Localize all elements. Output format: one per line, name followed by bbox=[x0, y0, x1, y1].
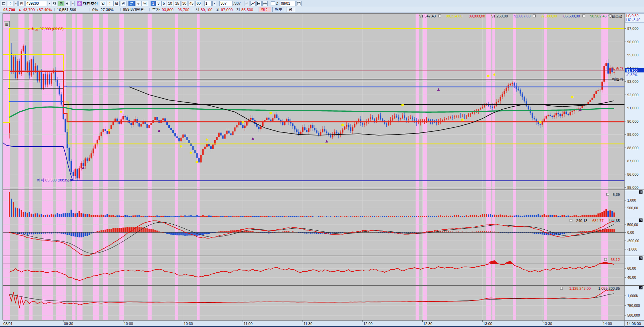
svg-text:←최고 97,000 (09:03): ←최고 97,000 (09:03) bbox=[28, 27, 64, 31]
custom-interval-input[interactable] bbox=[204, 1, 212, 6]
svg-text:1,128,243,00: 1,128,243,00 bbox=[569, 286, 591, 290]
interval-button-15[interactable]: 15 bbox=[174, 1, 180, 6]
svg-text:14:00: 14:00 bbox=[603, 322, 612, 326]
svg-text:85,000: 85,000 bbox=[627, 185, 639, 189]
chart-type-button[interactable]: 주 bbox=[7, 1, 13, 6]
svg-text:-1,000: -1,000 bbox=[627, 247, 637, 251]
buy-button[interactable]: 매수 bbox=[259, 7, 271, 12]
link-button[interactable]: 통 bbox=[58, 1, 64, 6]
bid-price: 93,700 bbox=[177, 8, 189, 12]
code-dropdown-icon[interactable]: ▼ bbox=[48, 1, 51, 6]
current-price: 93,700 bbox=[3, 8, 15, 12]
ratio-zero: 0% bbox=[92, 8, 98, 12]
svg-text:11:00: 11:00 bbox=[244, 322, 253, 326]
svg-text:91,000: 91,000 bbox=[627, 106, 639, 110]
svg-text:✱: ✱ bbox=[571, 95, 574, 99]
svg-text:✱: ✱ bbox=[461, 118, 464, 122]
interval-button-10[interactable]: 10 bbox=[167, 1, 173, 6]
chart-type-dropdown-icon[interactable]: ▼ bbox=[14, 1, 18, 6]
svg-text:90,982,46: 90,982,46 bbox=[590, 14, 606, 18]
volume-value: 10,551,569 bbox=[57, 8, 76, 12]
period-button-주[interactable]: 주 bbox=[107, 1, 113, 6]
svg-text:당일종가: 당일종가 bbox=[608, 66, 623, 70]
interval-dropdown-icon[interactable]: ▼ bbox=[212, 1, 216, 6]
search-icon[interactable] bbox=[52, 1, 57, 6]
interval-button-group: 1351015304560 bbox=[151, 1, 202, 6]
stock-code-input[interactable] bbox=[25, 1, 47, 6]
low-label: 저 bbox=[236, 7, 240, 12]
trendline-icon[interactable] bbox=[250, 1, 256, 6]
svg-text:-0,32%: -0,32% bbox=[626, 73, 637, 77]
interval-button-45[interactable]: 45 bbox=[188, 1, 195, 6]
svg-text:LC:9,59: LC:9,59 bbox=[626, 14, 639, 18]
ask-price: 93,800 bbox=[162, 8, 173, 12]
svg-text:1,055,200,85: 1,055,200,85 bbox=[598, 286, 620, 290]
svg-text:✱: ✱ bbox=[493, 73, 496, 76]
svg-text:93,000: 93,000 bbox=[627, 79, 639, 84]
unit-button-틱[interactable]: 틱 bbox=[142, 1, 148, 6]
settings-gear-icon[interactable] bbox=[262, 1, 268, 6]
svg-text:11:30: 11:30 bbox=[304, 322, 313, 326]
interval-button-5[interactable]: 5 bbox=[161, 1, 166, 6]
svg-text:1,000: 1,000 bbox=[627, 198, 636, 202]
unit-button-분[interactable]: 분 bbox=[128, 1, 135, 6]
svg-text:93,700: 93,700 bbox=[626, 68, 638, 72]
chart-grid-tool-icon[interactable]: ▦ bbox=[4, 21, 10, 27]
high-price: 97,000 bbox=[221, 8, 233, 12]
interval-button-3[interactable]: 3 bbox=[156, 1, 161, 6]
svg-text:✱: ✱ bbox=[487, 74, 490, 78]
svg-text:240,13: 240,13 bbox=[576, 219, 588, 223]
svg-text:444,65: 444,65 bbox=[608, 219, 620, 223]
turnover-ratio: 27.39% bbox=[101, 8, 114, 12]
sell-button[interactable]: 매도 bbox=[272, 7, 285, 12]
speaker-dropdown-icon[interactable]: ▼ bbox=[71, 1, 75, 6]
period-button-년[interactable]: 년 bbox=[120, 1, 126, 6]
svg-text:68,12: 68,12 bbox=[610, 258, 620, 262]
compare-icon[interactable] bbox=[244, 1, 250, 6]
svg-text:✱: ✱ bbox=[341, 123, 344, 127]
period-button-일[interactable]: 일 bbox=[100, 1, 106, 6]
date-input[interactable] bbox=[280, 1, 296, 6]
save-icon[interactable] bbox=[256, 1, 262, 6]
svg-text:87,000: 87,000 bbox=[627, 159, 639, 163]
hoga-label: 호가 bbox=[152, 7, 160, 12]
pane-legend: 대한조선90,982,4685,500,0097,000,0092,607,00… bbox=[419, 14, 623, 18]
d-checkbox[interactable] bbox=[271, 1, 275, 5]
new-window-icon[interactable] bbox=[1, 1, 6, 6]
interval-button-60[interactable]: 60 bbox=[195, 1, 202, 6]
svg-text:최저 85,500 (09:35): 최저 85,500 (09:35) bbox=[37, 178, 69, 182]
svg-text:96,000: 96,000 bbox=[627, 40, 639, 44]
svg-text:95,000: 95,000 bbox=[627, 53, 639, 57]
svg-text:86,000: 86,000 bbox=[627, 172, 639, 176]
svg-text:92,000: 92,000 bbox=[627, 93, 639, 97]
market-badge: 증 bbox=[77, 1, 82, 6]
svg-text:✱: ✱ bbox=[241, 120, 245, 124]
svg-text:✱: ✱ bbox=[120, 110, 123, 114]
period-button-group: 일주월년 bbox=[100, 1, 126, 6]
calendar-icon[interactable] bbox=[296, 1, 302, 6]
svg-text:13:00: 13:00 bbox=[483, 322, 492, 326]
chart-area[interactable]: ✱✱✱✱✱✱✱✱✱✱✱✱✱✱✱97,00096,00095,00094,0009… bbox=[0, 13, 644, 327]
period-button-월[interactable]: 월 bbox=[113, 1, 120, 6]
open-label: 시 bbox=[196, 7, 200, 12]
change-percent: +87.40% bbox=[37, 8, 52, 12]
svg-text:500,00: 500,00 bbox=[627, 206, 638, 210]
change-arrow-icon: ▲ bbox=[18, 8, 21, 12]
svg-text:✱: ✱ bbox=[196, 160, 199, 164]
bar-count-input[interactable] bbox=[219, 1, 233, 6]
prev-button[interactable]: 전 bbox=[18, 1, 25, 6]
interval-button-30[interactable]: 30 bbox=[181, 1, 188, 6]
svg-text:92,607,00: 92,607,00 bbox=[514, 14, 531, 18]
svg-text:✱: ✱ bbox=[206, 138, 209, 142]
low-price: 85,500 bbox=[241, 8, 253, 12]
svg-text:0,00: 0,00 bbox=[627, 230, 634, 234]
avg-button[interactable]: 평 bbox=[286, 7, 295, 12]
svg-text:12:00: 12:00 bbox=[363, 322, 373, 326]
chart-canvas[interactable]: ✱✱✱✱✱✱✱✱✱✱✱✱✱✱✱97,00096,00095,00094,0009… bbox=[0, 13, 644, 327]
unit-button-초[interactable]: 초 bbox=[135, 1, 142, 6]
svg-text:✱: ✱ bbox=[180, 145, 183, 148]
bar-total-label: /307 bbox=[233, 1, 240, 5]
interval-button-1[interactable]: 1 bbox=[151, 1, 156, 6]
speaker-icon[interactable] bbox=[65, 1, 70, 6]
svg-text:1,000K: 1,000K bbox=[627, 294, 638, 298]
